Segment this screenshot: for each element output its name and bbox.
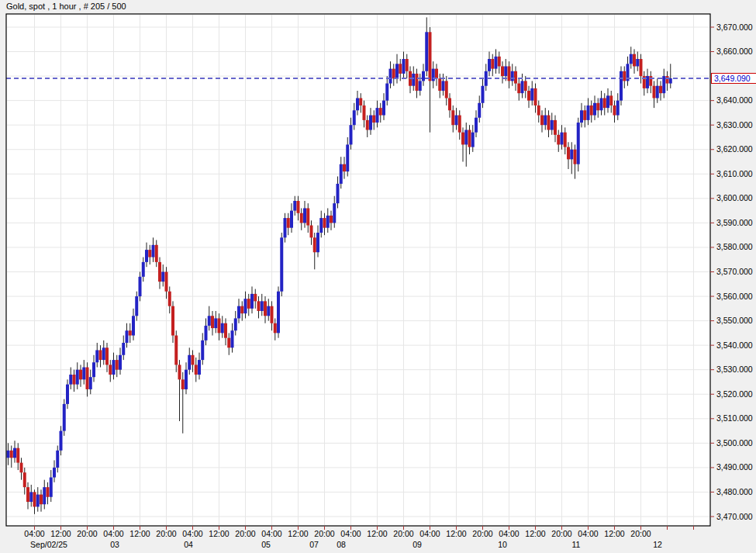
candle	[491, 59, 494, 69]
price-axis-label: 3,590.000	[716, 218, 753, 227]
candle	[20, 463, 23, 473]
candle	[297, 201, 300, 213]
candle	[89, 377, 92, 389]
candle	[323, 218, 326, 228]
candle	[122, 343, 125, 355]
date-axis-label: Sep/02/25	[30, 540, 67, 549]
candle	[359, 98, 362, 105]
price-axis-label: 3,640.000	[716, 95, 753, 105]
time-axis-label: 20:00	[393, 529, 413, 538]
candle	[350, 125, 353, 144]
candle	[23, 472, 26, 487]
price-axis-label: 3,470.000	[716, 512, 753, 521]
candle	[326, 216, 330, 228]
candle	[224, 323, 227, 338]
candle	[116, 360, 119, 370]
time-axis-label: 12:00	[525, 529, 545, 538]
candle	[47, 487, 50, 497]
candle	[237, 306, 240, 319]
candle	[105, 347, 109, 365]
time-axis-label: 04:00	[499, 529, 519, 538]
time-axis-label: 12:00	[288, 529, 308, 538]
candle	[195, 365, 198, 375]
price-axis-label: 3,610.000	[716, 169, 753, 178]
candle	[300, 213, 303, 223]
candle	[346, 144, 349, 171]
candle	[267, 306, 270, 316]
price-axis-label: 3,660.000	[716, 47, 753, 56]
candle	[495, 57, 498, 69]
price-axis[interactable]: 3,470.0003,480.0003,490.0003,500.0003,51…	[710, 22, 753, 521]
price-axis-label: 3,620.000	[716, 144, 753, 154]
candle	[445, 81, 448, 98]
candle	[29, 492, 33, 502]
price-axis-label: 3,580.000	[716, 242, 753, 251]
candle	[86, 368, 89, 389]
candle	[448, 98, 451, 110]
candle	[640, 59, 643, 76]
candle	[221, 323, 224, 334]
time-axis-label: 12:00	[446, 529, 466, 538]
candle	[399, 64, 402, 74]
candle	[198, 360, 201, 375]
candle	[247, 299, 250, 309]
candle	[369, 116, 372, 130]
time-axis[interactable]: 04:0012:0020:0004:0012:0020:0004:0012:00…	[24, 526, 693, 549]
candle	[596, 103, 599, 110]
candle	[313, 237, 316, 252]
date-axis-label: 03	[110, 540, 119, 549]
candle	[284, 218, 287, 237]
time-axis-label: 04:00	[182, 529, 202, 538]
candle	[109, 365, 112, 375]
candle	[145, 250, 148, 262]
candle	[488, 59, 491, 71]
price-axis-label: 3,480.000	[716, 487, 753, 496]
candle	[135, 296, 138, 316]
candle	[79, 370, 82, 380]
chart-window: Gold, spot , 1 hour , # 205 / 500 3,470.…	[0, 0, 756, 553]
candle	[501, 66, 504, 76]
candle	[277, 292, 280, 334]
candle	[244, 299, 247, 313]
candle	[438, 78, 441, 91]
candle	[564, 133, 567, 147]
candle	[33, 492, 36, 506]
candle	[468, 130, 471, 147]
candle	[274, 323, 277, 334]
candle	[337, 184, 340, 203]
time-axis-label: 12:00	[209, 529, 229, 538]
price-axis-label: 3,560.000	[716, 292, 753, 301]
candle	[181, 379, 185, 389]
candle	[521, 81, 524, 93]
candle	[257, 301, 261, 311]
candle	[36, 495, 40, 507]
candle	[254, 294, 257, 301]
candle	[40, 495, 43, 505]
candle	[482, 86, 485, 103]
candle	[227, 338, 230, 348]
time-axis-label: 20:00	[551, 529, 571, 538]
time-axis-label: 12:00	[604, 529, 624, 538]
candle	[102, 347, 105, 360]
candle	[577, 123, 580, 164]
candle	[234, 318, 237, 330]
candle	[168, 292, 171, 306]
candle	[435, 69, 438, 79]
candle	[412, 74, 415, 86]
candle	[530, 88, 533, 101]
candle	[527, 91, 530, 101]
candle	[402, 59, 406, 74]
candle	[461, 133, 464, 145]
candle	[623, 71, 626, 81]
candle	[82, 368, 85, 380]
date-axis-label: 08	[337, 540, 346, 549]
candle	[544, 116, 547, 126]
candle	[112, 360, 116, 375]
candle	[603, 98, 606, 108]
date-axis-label: 10	[498, 540, 507, 549]
candle	[540, 116, 544, 126]
candle	[142, 262, 145, 277]
candle	[537, 105, 540, 116]
candle	[264, 301, 267, 316]
candlestick-chart[interactable]: 3,470.0003,480.0003,490.0003,500.0003,51…	[0, 0, 756, 553]
